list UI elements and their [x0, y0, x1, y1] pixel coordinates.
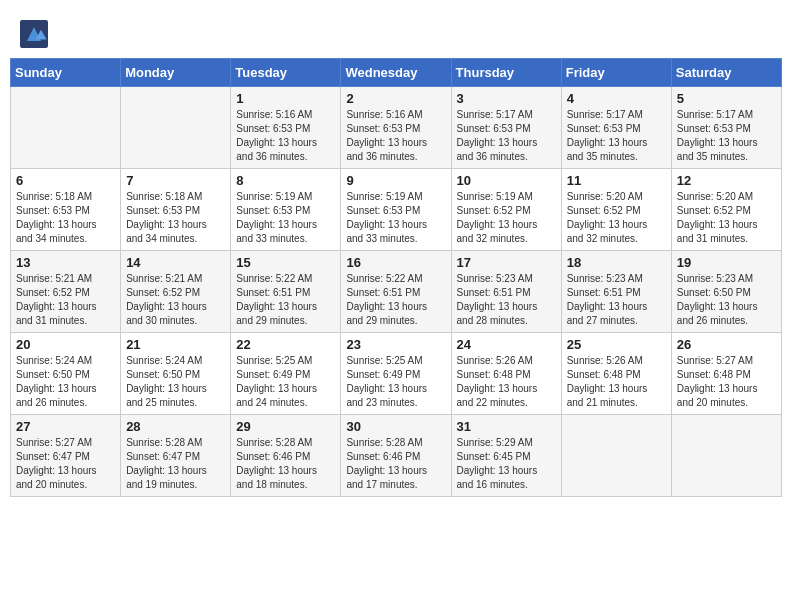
day-number: 6	[16, 173, 115, 188]
calendar-cell: 30Sunrise: 5:28 AMSunset: 6:46 PMDayligh…	[341, 415, 451, 497]
week-row-1: 1Sunrise: 5:16 AMSunset: 6:53 PMDaylight…	[11, 87, 782, 169]
logo-icon	[20, 20, 48, 48]
week-row-2: 6Sunrise: 5:18 AMSunset: 6:53 PMDaylight…	[11, 169, 782, 251]
calendar-cell: 3Sunrise: 5:17 AMSunset: 6:53 PMDaylight…	[451, 87, 561, 169]
day-number: 27	[16, 419, 115, 434]
day-info: Sunrise: 5:16 AMSunset: 6:53 PMDaylight:…	[346, 108, 445, 164]
day-number: 24	[457, 337, 556, 352]
day-info: Sunrise: 5:20 AMSunset: 6:52 PMDaylight:…	[677, 190, 776, 246]
day-info: Sunrise: 5:28 AMSunset: 6:47 PMDaylight:…	[126, 436, 225, 492]
day-number: 28	[126, 419, 225, 434]
calendar-cell: 17Sunrise: 5:23 AMSunset: 6:51 PMDayligh…	[451, 251, 561, 333]
day-number: 2	[346, 91, 445, 106]
day-number: 19	[677, 255, 776, 270]
day-number: 26	[677, 337, 776, 352]
weekday-header-sunday: Sunday	[11, 59, 121, 87]
week-row-5: 27Sunrise: 5:27 AMSunset: 6:47 PMDayligh…	[11, 415, 782, 497]
calendar-cell: 28Sunrise: 5:28 AMSunset: 6:47 PMDayligh…	[121, 415, 231, 497]
day-info: Sunrise: 5:21 AMSunset: 6:52 PMDaylight:…	[126, 272, 225, 328]
day-info: Sunrise: 5:27 AMSunset: 6:48 PMDaylight:…	[677, 354, 776, 410]
day-number: 22	[236, 337, 335, 352]
day-number: 3	[457, 91, 556, 106]
calendar-cell: 25Sunrise: 5:26 AMSunset: 6:48 PMDayligh…	[561, 333, 671, 415]
day-number: 20	[16, 337, 115, 352]
day-number: 8	[236, 173, 335, 188]
calendar-cell: 29Sunrise: 5:28 AMSunset: 6:46 PMDayligh…	[231, 415, 341, 497]
calendar-table: SundayMondayTuesdayWednesdayThursdayFrid…	[10, 58, 782, 497]
page-header	[10, 10, 782, 53]
day-number: 11	[567, 173, 666, 188]
calendar-cell	[11, 87, 121, 169]
calendar-body: 1Sunrise: 5:16 AMSunset: 6:53 PMDaylight…	[11, 87, 782, 497]
day-info: Sunrise: 5:26 AMSunset: 6:48 PMDaylight:…	[457, 354, 556, 410]
day-number: 29	[236, 419, 335, 434]
day-info: Sunrise: 5:28 AMSunset: 6:46 PMDaylight:…	[346, 436, 445, 492]
day-info: Sunrise: 5:23 AMSunset: 6:50 PMDaylight:…	[677, 272, 776, 328]
calendar-cell: 22Sunrise: 5:25 AMSunset: 6:49 PMDayligh…	[231, 333, 341, 415]
day-number: 25	[567, 337, 666, 352]
day-info: Sunrise: 5:18 AMSunset: 6:53 PMDaylight:…	[126, 190, 225, 246]
calendar-cell: 7Sunrise: 5:18 AMSunset: 6:53 PMDaylight…	[121, 169, 231, 251]
day-info: Sunrise: 5:25 AMSunset: 6:49 PMDaylight:…	[346, 354, 445, 410]
calendar-cell: 16Sunrise: 5:22 AMSunset: 6:51 PMDayligh…	[341, 251, 451, 333]
calendar-cell	[671, 415, 781, 497]
calendar-cell: 24Sunrise: 5:26 AMSunset: 6:48 PMDayligh…	[451, 333, 561, 415]
day-info: Sunrise: 5:23 AMSunset: 6:51 PMDaylight:…	[457, 272, 556, 328]
day-info: Sunrise: 5:17 AMSunset: 6:53 PMDaylight:…	[457, 108, 556, 164]
day-number: 7	[126, 173, 225, 188]
calendar-cell	[121, 87, 231, 169]
day-info: Sunrise: 5:23 AMSunset: 6:51 PMDaylight:…	[567, 272, 666, 328]
day-number: 18	[567, 255, 666, 270]
calendar-cell: 18Sunrise: 5:23 AMSunset: 6:51 PMDayligh…	[561, 251, 671, 333]
day-number: 17	[457, 255, 556, 270]
day-number: 5	[677, 91, 776, 106]
calendar-cell: 11Sunrise: 5:20 AMSunset: 6:52 PMDayligh…	[561, 169, 671, 251]
calendar-cell	[561, 415, 671, 497]
day-number: 1	[236, 91, 335, 106]
day-info: Sunrise: 5:22 AMSunset: 6:51 PMDaylight:…	[346, 272, 445, 328]
weekday-header-row: SundayMondayTuesdayWednesdayThursdayFrid…	[11, 59, 782, 87]
calendar-cell: 1Sunrise: 5:16 AMSunset: 6:53 PMDaylight…	[231, 87, 341, 169]
calendar-cell: 10Sunrise: 5:19 AMSunset: 6:52 PMDayligh…	[451, 169, 561, 251]
calendar-cell: 5Sunrise: 5:17 AMSunset: 6:53 PMDaylight…	[671, 87, 781, 169]
calendar-cell: 13Sunrise: 5:21 AMSunset: 6:52 PMDayligh…	[11, 251, 121, 333]
calendar-cell: 9Sunrise: 5:19 AMSunset: 6:53 PMDaylight…	[341, 169, 451, 251]
calendar-cell: 19Sunrise: 5:23 AMSunset: 6:50 PMDayligh…	[671, 251, 781, 333]
day-info: Sunrise: 5:26 AMSunset: 6:48 PMDaylight:…	[567, 354, 666, 410]
calendar-cell: 15Sunrise: 5:22 AMSunset: 6:51 PMDayligh…	[231, 251, 341, 333]
day-info: Sunrise: 5:25 AMSunset: 6:49 PMDaylight:…	[236, 354, 335, 410]
day-info: Sunrise: 5:19 AMSunset: 6:53 PMDaylight:…	[236, 190, 335, 246]
day-info: Sunrise: 5:17 AMSunset: 6:53 PMDaylight:…	[677, 108, 776, 164]
day-number: 12	[677, 173, 776, 188]
day-info: Sunrise: 5:17 AMSunset: 6:53 PMDaylight:…	[567, 108, 666, 164]
weekday-header-friday: Friday	[561, 59, 671, 87]
day-info: Sunrise: 5:22 AMSunset: 6:51 PMDaylight:…	[236, 272, 335, 328]
calendar-cell: 21Sunrise: 5:24 AMSunset: 6:50 PMDayligh…	[121, 333, 231, 415]
day-number: 31	[457, 419, 556, 434]
day-info: Sunrise: 5:24 AMSunset: 6:50 PMDaylight:…	[126, 354, 225, 410]
day-info: Sunrise: 5:19 AMSunset: 6:53 PMDaylight:…	[346, 190, 445, 246]
weekday-header-monday: Monday	[121, 59, 231, 87]
logo	[20, 20, 50, 48]
day-info: Sunrise: 5:28 AMSunset: 6:46 PMDaylight:…	[236, 436, 335, 492]
day-number: 23	[346, 337, 445, 352]
calendar-cell: 27Sunrise: 5:27 AMSunset: 6:47 PMDayligh…	[11, 415, 121, 497]
day-number: 4	[567, 91, 666, 106]
calendar-cell: 31Sunrise: 5:29 AMSunset: 6:45 PMDayligh…	[451, 415, 561, 497]
day-info: Sunrise: 5:16 AMSunset: 6:53 PMDaylight:…	[236, 108, 335, 164]
day-info: Sunrise: 5:18 AMSunset: 6:53 PMDaylight:…	[16, 190, 115, 246]
day-number: 10	[457, 173, 556, 188]
day-number: 16	[346, 255, 445, 270]
day-info: Sunrise: 5:27 AMSunset: 6:47 PMDaylight:…	[16, 436, 115, 492]
calendar-header: SundayMondayTuesdayWednesdayThursdayFrid…	[11, 59, 782, 87]
calendar-cell: 14Sunrise: 5:21 AMSunset: 6:52 PMDayligh…	[121, 251, 231, 333]
calendar-cell: 20Sunrise: 5:24 AMSunset: 6:50 PMDayligh…	[11, 333, 121, 415]
week-row-4: 20Sunrise: 5:24 AMSunset: 6:50 PMDayligh…	[11, 333, 782, 415]
calendar-cell: 8Sunrise: 5:19 AMSunset: 6:53 PMDaylight…	[231, 169, 341, 251]
calendar-cell: 26Sunrise: 5:27 AMSunset: 6:48 PMDayligh…	[671, 333, 781, 415]
calendar-cell: 2Sunrise: 5:16 AMSunset: 6:53 PMDaylight…	[341, 87, 451, 169]
day-number: 15	[236, 255, 335, 270]
calendar-cell: 23Sunrise: 5:25 AMSunset: 6:49 PMDayligh…	[341, 333, 451, 415]
weekday-header-thursday: Thursday	[451, 59, 561, 87]
day-number: 30	[346, 419, 445, 434]
